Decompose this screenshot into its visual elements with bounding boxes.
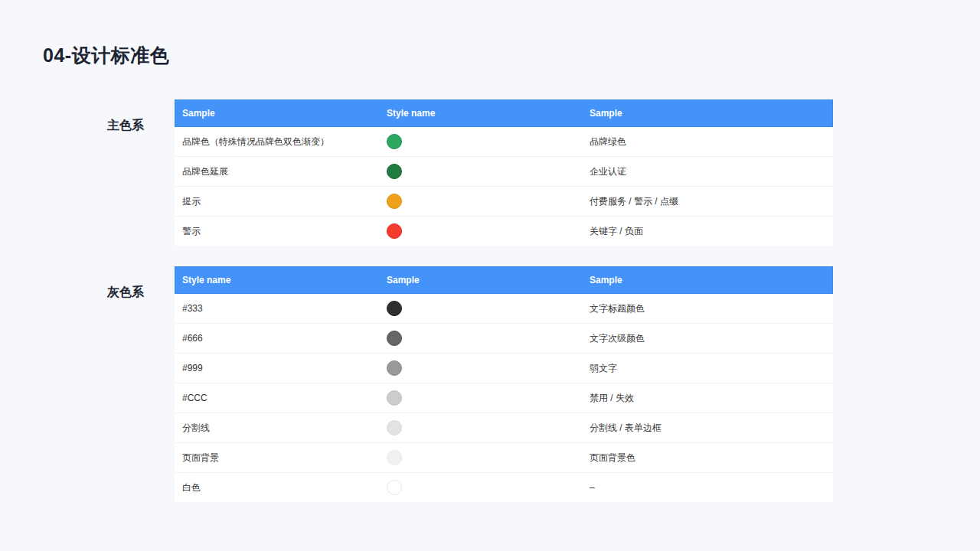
sample-cell <box>380 194 582 209</box>
color-spec-table: SampleStyle nameSample品牌色（特殊情况品牌色双色渐变）品牌… <box>175 99 833 246</box>
color-swatch <box>387 301 402 316</box>
sample-cell <box>380 420 582 435</box>
table-row: #999弱文字 <box>175 354 833 383</box>
color-swatch <box>387 450 402 465</box>
table-row: 品牌色延展企业认证 <box>175 157 833 187</box>
style-name-cell: 分割线 <box>175 422 380 435</box>
color-swatch <box>387 420 402 435</box>
column-header: Style name <box>175 275 380 285</box>
usage-cell: 禁用 / 失效 <box>582 392 833 405</box>
usage-cell: 文字标题颜色 <box>582 302 833 315</box>
color-swatch <box>387 164 402 179</box>
column-header: Style name <box>380 108 582 119</box>
table-row: 提示付费服务 / 警示 / 点缀 <box>175 187 833 217</box>
style-name-cell: 白色 <box>175 481 380 494</box>
style-name-cell: 页面背景 <box>175 452 380 465</box>
usage-cell: 企业认证 <box>582 165 833 178</box>
style-name-cell: 提示 <box>175 195 380 208</box>
column-header: Sample <box>380 275 582 285</box>
color-spec-table: Style nameSampleSample#333文字标题颜色#666文字次级… <box>175 266 833 502</box>
table-header-row: SampleStyle nameSample <box>175 99 833 127</box>
table-header-row: Style nameSampleSample <box>175 266 833 294</box>
color-swatch <box>387 134 402 149</box>
table-row: 品牌色（特殊情况品牌色双色渐变）品牌绿色 <box>175 127 833 157</box>
column-header: Sample <box>582 275 833 285</box>
style-name-cell: #666 <box>175 333 380 344</box>
sample-cell <box>380 134 582 149</box>
table-row: 页面背景页面背景色 <box>175 443 833 473</box>
color-swatch <box>387 194 402 209</box>
style-name-cell: 警示 <box>175 225 380 238</box>
usage-cell: 页面背景色 <box>582 452 833 465</box>
usage-cell: 弱文字 <box>582 362 833 375</box>
sample-cell <box>380 450 582 465</box>
style-name-cell: #999 <box>175 363 380 373</box>
usage-cell: 文字次级颜色 <box>582 332 833 345</box>
usage-cell: 品牌绿色 <box>582 135 833 148</box>
usage-cell: 分割线 / 表单边框 <box>582 422 833 435</box>
table-row: #CCC禁用 / 失效 <box>175 383 833 413</box>
usage-cell: – <box>582 482 833 493</box>
color-swatch <box>387 223 402 239</box>
page-title: 04-设计标准色 <box>43 43 169 68</box>
style-name-cell: #CCC <box>175 393 380 403</box>
usage-cell: 付费服务 / 警示 / 点缀 <box>582 195 833 208</box>
section-label: 主色系 <box>107 118 144 134</box>
sample-cell <box>380 331 582 346</box>
usage-cell: 关键字 / 负面 <box>582 225 833 238</box>
color-swatch <box>387 331 402 346</box>
table-row: 白色– <box>175 473 833 502</box>
sample-cell <box>380 480 582 495</box>
sample-cell <box>380 390 582 406</box>
color-swatch <box>387 360 402 376</box>
sample-cell <box>380 223 582 239</box>
style-name-cell: 品牌色延展 <box>175 165 380 178</box>
color-swatch <box>387 480 402 495</box>
sample-cell <box>380 164 582 179</box>
style-name-cell: 品牌色（特殊情况品牌色双色渐变） <box>175 135 380 148</box>
style-name-cell: #333 <box>175 303 380 314</box>
column-header: Sample <box>582 108 833 119</box>
table-row: 警示关键字 / 负面 <box>175 217 833 246</box>
table-row: #333文字标题颜色 <box>175 294 833 324</box>
column-header: Sample <box>175 108 380 119</box>
color-swatch <box>387 390 402 406</box>
table-row: #666文字次级颜色 <box>175 324 833 354</box>
section-label: 灰色系 <box>107 285 144 301</box>
table-row: 分割线分割线 / 表单边框 <box>175 413 833 443</box>
sample-cell <box>380 301 582 316</box>
sample-cell <box>380 360 582 376</box>
